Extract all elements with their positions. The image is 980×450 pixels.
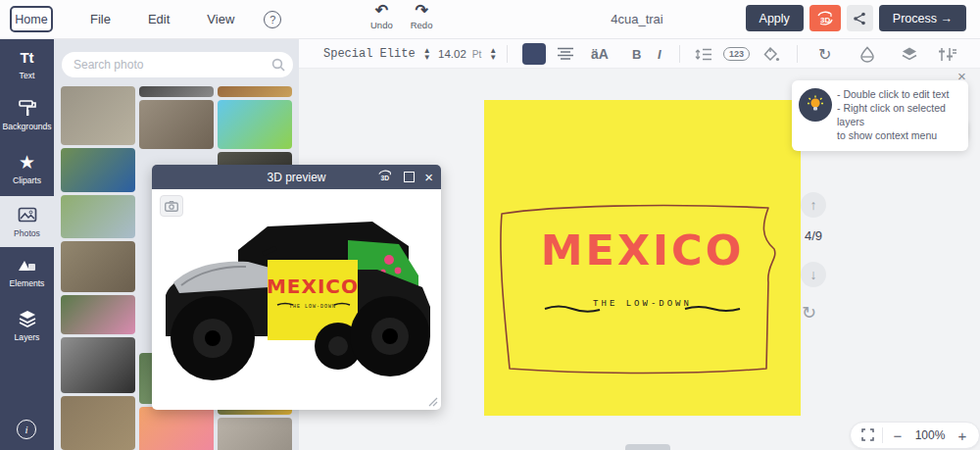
menu-file[interactable]: File <box>90 12 111 26</box>
photo-autumn-leaves[interactable] <box>218 86 292 97</box>
undo-button[interactable]: ↶ Undo <box>370 4 393 30</box>
sidebar-item-layers[interactable]: Layers <box>0 309 54 342</box>
zoom-out-button[interactable]: − <box>885 427 910 444</box>
letter-case-button[interactable]: äA <box>591 39 609 69</box>
left-sidebar: Tt Text Backgrounds ★ Cliparts Photos El… <box>0 39 54 450</box>
share-icon <box>853 12 866 25</box>
photo-dark-slats[interactable] <box>139 86 214 97</box>
align-center-icon <box>557 47 574 61</box>
search-input[interactable] <box>62 52 293 77</box>
font-size-stepper-icon: ▲▼ <box>489 47 497 61</box>
photo-lake-willow[interactable] <box>61 195 135 238</box>
3d-car-model[interactable]: MEXICO THE LOW-DOWN <box>152 189 441 410</box>
star-icon: ★ <box>19 152 35 172</box>
image-icon <box>18 205 37 225</box>
line-spacing-button[interactable] <box>695 39 712 69</box>
camera-icon <box>165 201 178 212</box>
photo-gray-bird[interactable] <box>218 418 292 450</box>
help-icon[interactable]: ? <box>264 11 281 28</box>
font-family-select[interactable]: Special Elite ▲▼ <box>323 39 431 69</box>
3d-rotate-icon[interactable]: 3D <box>376 170 394 185</box>
layers-icon <box>18 309 37 328</box>
photo-pink-flowers[interactable] <box>61 295 135 334</box>
zoom-level: 100% <box>910 428 950 442</box>
paint-roller-icon <box>18 98 37 118</box>
text-toolbar: Special Elite ▲▼ 14.02 Pt ▲▼ äA B I 123 … <box>299 39 980 69</box>
tune-sliders-icon <box>938 46 957 63</box>
3d-preview-window[interactable]: 3D preview 3D × MEXICO THE LOW-DOWN <box>152 165 441 410</box>
maximize-icon[interactable] <box>404 172 415 182</box>
3d-rotate-icon: 3D <box>815 10 835 27</box>
process-button[interactable]: Process → <box>879 5 966 31</box>
share-button[interactable] <box>847 5 873 31</box>
car-decal-title: MEXICO <box>267 275 359 298</box>
photo-cartoon-landscape[interactable] <box>218 100 292 149</box>
fullscreen-icon <box>861 428 874 441</box>
redo-icon: ↷ <box>415 4 427 18</box>
apply-button[interactable]: Apply <box>746 5 804 31</box>
document-title: 4cua_trai <box>588 12 686 26</box>
paint-bucket-icon <box>762 46 780 63</box>
hint-tooltip: - Double click to edit text - Right clic… <box>792 80 968 151</box>
sidebar-item-photos[interactable]: Photos <box>0 196 54 247</box>
lightbulb-icon <box>799 88 832 122</box>
numbering-button[interactable]: 123 <box>723 39 750 69</box>
text-icon: Tt <box>20 47 33 67</box>
photo-toucan[interactable] <box>139 407 214 450</box>
car-decal-subtitle: THE LOW-DOWN <box>289 304 336 310</box>
layer-order-button[interactable] <box>901 39 918 69</box>
artboard[interactable]: MEXICO THE LOW-DOWN <box>484 100 801 416</box>
numbering-icon: 123 <box>723 47 750 61</box>
search-icon <box>271 58 285 75</box>
3d-preview-titlebar[interactable]: 3D preview 3D × <box>152 165 441 189</box>
info-icon[interactable]: i <box>17 420 36 439</box>
sidebar-item-backgrounds[interactable]: Backgrounds <box>0 98 54 131</box>
photo-wood-squirrel[interactable] <box>139 100 214 149</box>
home-button[interactable]: Home <box>10 6 53 32</box>
line-spacing-icon <box>695 47 712 62</box>
design-subtitle-text[interactable]: THE LOW-DOWN <box>484 299 801 309</box>
page-indicator: 4/9 <box>797 228 830 243</box>
fill-color-button[interactable] <box>762 39 780 69</box>
droplet-icon <box>859 46 875 63</box>
svg-text:3D: 3D <box>381 174 390 180</box>
shapes-icon <box>18 255 37 275</box>
3d-toggle-button[interactable]: 3D <box>809 5 841 31</box>
photo-crow-bw[interactable] <box>61 337 135 393</box>
resize-handle[interactable] <box>428 397 438 407</box>
opacity-button[interactable] <box>859 39 875 69</box>
sidebar-item-elements[interactable]: Elements <box>0 255 54 288</box>
canvas-bottom-handle[interactable] <box>625 444 670 450</box>
font-size-select[interactable]: 14.02 Pt ▲▼ <box>438 39 497 69</box>
sidebar-item-text[interactable]: Tt Text <box>0 47 54 80</box>
top-bar: Home File Edit View ? ↶ Undo ↷ Redo 4cua… <box>0 0 980 39</box>
fullscreen-button[interactable] <box>855 427 880 444</box>
align-center-button[interactable] <box>557 39 574 69</box>
italic-button[interactable]: I <box>658 39 662 69</box>
menu-edit[interactable]: Edit <box>148 12 170 26</box>
layer-down-button[interactable]: ↓ <box>801 262 826 287</box>
refresh-button[interactable]: ↻ <box>818 39 831 69</box>
zoom-in-button[interactable]: + <box>950 427 975 444</box>
close-icon[interactable]: × <box>424 172 433 182</box>
zoom-controls: − 100% + <box>850 422 980 449</box>
snapshot-button[interactable] <box>160 195 183 217</box>
photo-ground-bird[interactable] <box>61 396 135 450</box>
menu-view[interactable]: View <box>207 12 234 26</box>
redo-button[interactable]: ↷ Redo <box>411 4 433 30</box>
reset-rotation-icon[interactable]: ↻ <box>802 302 816 324</box>
undo-icon: ↶ <box>375 4 388 18</box>
text-color-swatch[interactable] <box>522 43 546 65</box>
font-family-stepper-icon: ▲▼ <box>423 47 431 61</box>
sidebar-item-cliparts[interactable]: ★ Cliparts <box>0 152 54 185</box>
layer-up-button[interactable]: ↑ <box>801 192 826 218</box>
photo-squirrel-bench[interactable] <box>61 241 135 292</box>
layers-small-icon <box>901 46 918 62</box>
bold-button[interactable]: B <box>632 39 641 69</box>
text-settings-button[interactable] <box>938 39 957 69</box>
design-title-text[interactable]: MEXICO <box>484 225 801 275</box>
photo-bird-on-fence[interactable] <box>61 86 135 145</box>
photo-peacock[interactable] <box>61 148 135 192</box>
